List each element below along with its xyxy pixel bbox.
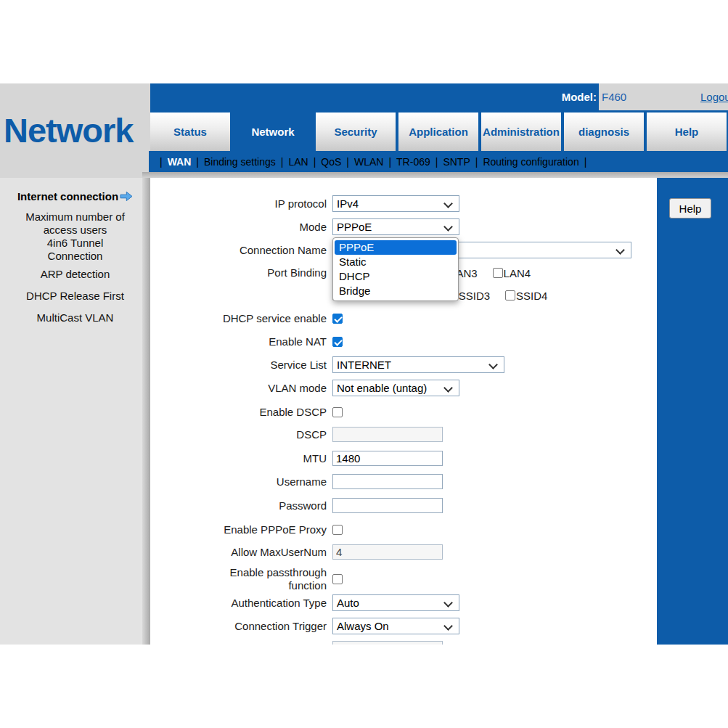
form-row-enable-passthrough: Enable passthrough function: [150, 565, 343, 593]
mode-option-static[interactable]: Static: [333, 255, 458, 269]
vlan-mode-value: Not enable (untag): [337, 382, 427, 394]
service-list-select[interactable]: INTERNET: [332, 356, 504, 373]
enable-passthrough-label-line1: Enable passthrough: [150, 566, 327, 579]
form-row-dscp: DSCP: [150, 427, 443, 442]
form-row-dhcp-service-enable: DHCP service enable: [150, 313, 343, 324]
enable-nat-checkbox[interactable]: [332, 337, 343, 347]
mode-option-bridge[interactable]: Bridge: [333, 284, 458, 298]
subnav-item-lan[interactable]: LAN: [288, 156, 308, 168]
vlan-mode-label: VLAN mode: [150, 382, 327, 395]
tab-security[interactable]: Security: [316, 113, 396, 151]
enable-nat-label: Enable NAT: [150, 335, 327, 348]
sidebar-item-label: 4in6 Tunnel: [0, 237, 150, 250]
chevron-down-icon: [615, 245, 625, 255]
subnav-bar: | WAN | Binding settings | LAN | QoS | W…: [149, 151, 728, 172]
ssid4-checkbox[interactable]: [505, 290, 515, 300]
sidebar-item-label: Connection: [0, 250, 150, 263]
mtu-input[interactable]: [332, 451, 443, 466]
dscp-input[interactable]: [332, 427, 443, 442]
form-row-allow-maxusernum: Allow MaxUserNum: [150, 544, 443, 560]
tab-status[interactable]: Status: [150, 113, 230, 151]
enable-dscp-checkbox[interactable]: [332, 407, 343, 417]
enable-dscp-label: Enable DSCP: [150, 406, 327, 419]
ip-protocol-label: IP protocol: [150, 197, 327, 210]
connection-trigger-select[interactable]: Always On: [332, 618, 459, 634]
port-binding-label: Port Binding: [150, 266, 327, 279]
separator: |: [160, 156, 163, 168]
ip-protocol-select[interactable]: IPv4: [332, 195, 459, 212]
mode-label: Mode: [150, 221, 327, 234]
subnav-item-binding-settings[interactable]: Binding settings: [204, 156, 276, 168]
separator: |: [314, 156, 316, 168]
sidebar-item-label: access users: [0, 224, 150, 237]
enable-pppoe-proxy-label: Enable PPPoE Proxy: [150, 523, 327, 536]
subnav-item-routing-configuration[interactable]: Routing configuration: [483, 156, 578, 168]
chevron-down-icon: [488, 360, 498, 369]
tab-diagnosis[interactable]: diagnosis: [564, 113, 644, 151]
clipped-input[interactable]: [332, 641, 443, 645]
separator: |: [388, 156, 391, 168]
sidebar-item-internet-connection[interactable]: Internet connection: [0, 190, 150, 205]
authentication-type-select[interactable]: Auto: [332, 594, 459, 611]
form-row-ip-protocol: IP protocol IPv4: [150, 195, 459, 212]
subnav-item-wan[interactable]: WAN: [168, 156, 192, 168]
sidebar-item-multicast-vlan[interactable]: MultiCast VLAN: [0, 311, 150, 324]
tab-help[interactable]: Help: [647, 113, 727, 151]
authentication-type-label: Authentication Type: [150, 597, 327, 610]
sidebar-item-max-access-users[interactable]: Maximum number of access users: [0, 210, 150, 237]
connection-trigger-label: Connection Trigger: [150, 620, 327, 633]
separator: |: [435, 156, 438, 168]
sidebar: Internet connection Maximum number of ac…: [0, 178, 150, 645]
subnav-item-wlan[interactable]: WLAN: [354, 156, 383, 168]
authentication-type-value: Auto: [337, 597, 359, 609]
separator: |: [196, 156, 199, 168]
mode-option-dhcp[interactable]: DHCP: [333, 269, 458, 284]
model-label: Model:: [562, 91, 597, 103]
mode-dropdown-list: PPPoE Static DHCP Bridge: [332, 237, 459, 301]
tab-administration[interactable]: Administration: [481, 113, 561, 151]
enable-passthrough-checkbox[interactable]: [332, 574, 343, 584]
lan4-checkbox[interactable]: [493, 268, 503, 278]
username-input[interactable]: [332, 474, 443, 489]
ssid4-label: SSID4: [516, 290, 547, 302]
chevron-down-icon: [443, 598, 453, 608]
password-input[interactable]: [332, 498, 443, 513]
service-list-label: Service List: [150, 359, 327, 372]
form-row-vlan-mode: VLAN mode Not enable (untag): [150, 380, 459, 396]
help-button[interactable]: Help: [669, 198, 711, 218]
topbar-right: F460 Logout: [599, 83, 728, 110]
tab-application[interactable]: Application: [398, 113, 478, 151]
main-tab-bar: Status Network Security Application Admi…: [150, 110, 728, 151]
tab-network[interactable]: Network: [233, 113, 313, 151]
password-label: Password: [150, 499, 327, 512]
sidebar-item-label: ARP detection: [41, 268, 110, 280]
allow-maxusernum-input[interactable]: [332, 544, 443, 560]
form-row-mode: Mode PPPoE: [150, 218, 459, 235]
mode-select[interactable]: PPPoE: [332, 218, 459, 235]
form-row-mtu: MTU: [150, 451, 443, 466]
sidebar-item-dhcp-release-first[interactable]: DHCP Release First: [0, 290, 150, 303]
form-row-password: Password: [150, 498, 443, 513]
form-row-authentication-type: Authentication Type Auto: [150, 594, 459, 611]
topbar: Model:: [150, 83, 599, 110]
form-row-connection-trigger: Connection Trigger Always On: [150, 618, 459, 634]
dhcp-service-enable-checkbox[interactable]: [332, 314, 343, 324]
mode-option-pppoe[interactable]: PPPoE: [335, 240, 457, 255]
subnav-item-tr069[interactable]: TR-069: [396, 156, 430, 168]
vlan-mode-select[interactable]: Not enable (untag): [332, 380, 459, 396]
subnav-item-sntp[interactable]: SNTP: [443, 156, 470, 168]
username-label: Username: [150, 475, 327, 488]
ip-protocol-value: IPv4: [337, 197, 359, 210]
sidebar-item-arp-detection[interactable]: ARP detection: [0, 268, 150, 281]
separator: |: [281, 156, 284, 168]
logout-link[interactable]: Logout: [700, 91, 728, 103]
enable-pppoe-proxy-checkbox[interactable]: [332, 525, 343, 535]
content-panel: IP protocol IPv4 Mode PPPoE Connection N…: [150, 178, 728, 645]
form-row-username: Username: [150, 474, 443, 489]
separator: |: [584, 156, 587, 168]
form-row-enable-nat: Enable NAT: [150, 336, 343, 348]
subnav-item-qos[interactable]: QoS: [321, 156, 341, 168]
dscp-label: DSCP: [150, 428, 327, 441]
sidebar-item-4in6-tunnel[interactable]: 4in6 Tunnel Connection: [0, 237, 150, 263]
chevron-down-icon: [443, 621, 453, 631]
